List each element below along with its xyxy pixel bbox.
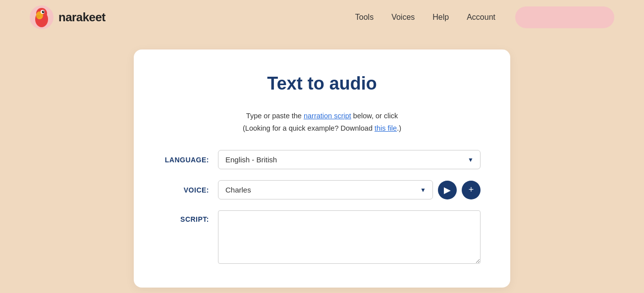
desc-example-before: (Looking for a quick example? Download	[243, 124, 375, 132]
desc-after-link: below, or click	[351, 112, 398, 120]
add-voice-button[interactable]: +	[462, 181, 481, 199]
voice-row: VOICE: Charles Amy Emma Brian Joanna Mat…	[163, 180, 481, 199]
main-content: Text to audio Type or paste the narratio…	[0, 35, 644, 293]
voice-controls: Charles Amy Emma Brian Joanna Matthew ▼ …	[218, 180, 481, 199]
page-title: Text to audio	[163, 73, 481, 94]
nav-tools[interactable]: Tools	[355, 13, 374, 22]
language-label: LANGUAGE:	[163, 156, 218, 164]
header-cta-button[interactable]	[515, 6, 614, 28]
main-nav: Tools Voices Help Account	[355, 13, 495, 22]
language-select[interactable]: English - British English - American Eng…	[218, 150, 481, 169]
header: narakeet Tools Voices Help Account	[0, 0, 644, 35]
this-file-link[interactable]: this file	[375, 124, 397, 132]
svg-point-6	[43, 11, 44, 12]
script-row: SCRIPT:	[163, 210, 481, 264]
description: Type or paste the narration script below…	[163, 110, 481, 134]
voice-label: VOICE:	[163, 186, 218, 194]
voice-select[interactable]: Charles Amy Emma Brian Joanna Matthew	[218, 180, 433, 199]
nav-account[interactable]: Account	[467, 13, 495, 22]
desc-example-after: .)	[397, 124, 401, 132]
nav-voices[interactable]: Voices	[391, 13, 415, 22]
narration-script-link[interactable]: narration script	[304, 112, 351, 120]
script-textarea[interactable]	[218, 210, 481, 264]
svg-point-5	[42, 11, 45, 13]
logo-icon	[30, 5, 54, 29]
play-voice-button[interactable]: ▶	[438, 181, 457, 199]
card: Text to audio Type or paste the narratio…	[134, 49, 510, 288]
play-icon: ▶	[444, 185, 451, 195]
nav-help[interactable]: Help	[432, 13, 449, 22]
plus-icon: +	[469, 185, 474, 195]
language-row: LANGUAGE: English - British English - Am…	[163, 150, 481, 169]
voice-select-wrapper: Charles Amy Emma Brian Joanna Matthew ▼	[218, 180, 433, 199]
logo-text: narakeet	[58, 10, 106, 24]
language-select-wrapper: English - British English - American Eng…	[218, 150, 481, 169]
logo-link[interactable]: narakeet	[30, 5, 106, 29]
desc-before-link: Type or paste the	[246, 112, 304, 120]
svg-point-7	[36, 15, 40, 18]
script-label: SCRIPT:	[163, 210, 218, 223]
